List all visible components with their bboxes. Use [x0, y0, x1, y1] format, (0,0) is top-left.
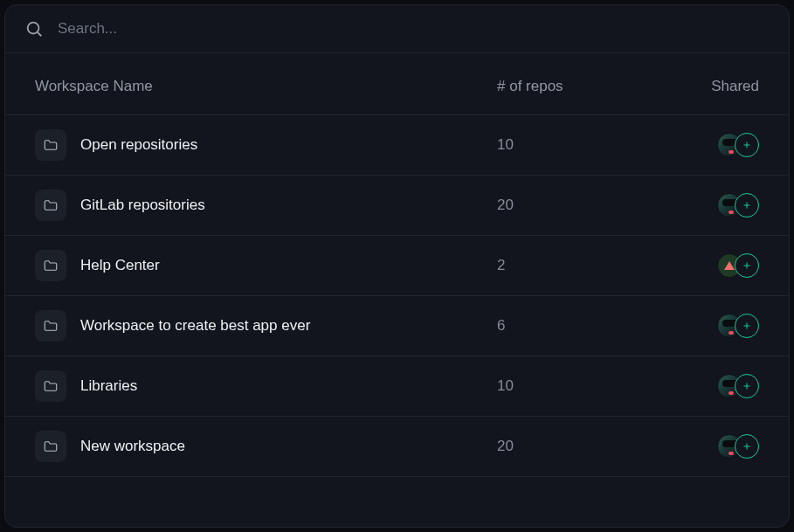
name-cell: Help Center — [35, 250, 497, 281]
name-cell: GitLab repositories — [35, 190, 497, 221]
folder-icon[interactable] — [35, 431, 66, 462]
avatar-group — [717, 314, 759, 338]
table-row[interactable]: New workspace20 — [5, 417, 789, 477]
workspace-name: New workspace — [80, 438, 185, 455]
table-row[interactable]: Libraries10 — [5, 356, 789, 417]
svg-point-0 — [28, 23, 39, 34]
workspace-name: Help Center — [80, 257, 160, 274]
header-workspace-name: Workspace Name — [35, 78, 497, 95]
repos-count: 6 — [497, 317, 672, 335]
folder-icon[interactable] — [35, 310, 66, 342]
repos-count: 20 — [497, 438, 672, 455]
folder-icon[interactable] — [35, 190, 66, 221]
avatar-group — [717, 253, 759, 278]
shared-cell — [672, 314, 759, 338]
shared-cell — [672, 434, 759, 459]
repos-count: 10 — [497, 136, 672, 154]
table-row[interactable]: GitLab repositories20 — [5, 176, 789, 236]
table-row[interactable]: Help Center2 — [5, 236, 789, 296]
search-icon — [24, 19, 44, 38]
table-row[interactable]: Workspace to create best app ever6 — [5, 296, 789, 356]
add-share-button[interactable] — [735, 133, 759, 157]
add-share-button[interactable] — [735, 374, 759, 398]
svg-line-1 — [38, 32, 41, 36]
table-header: Workspace Name # of repos Shared — [5, 53, 789, 115]
folder-icon[interactable] — [35, 250, 66, 281]
repos-count: 10 — [497, 377, 672, 395]
avatar-group — [717, 133, 759, 157]
workspace-name: Open repositories — [80, 136, 197, 154]
add-share-button[interactable] — [735, 314, 759, 338]
search-input[interactable] — [58, 20, 770, 38]
avatar-group — [717, 193, 759, 218]
shared-cell — [672, 133, 759, 157]
folder-icon[interactable] — [35, 129, 66, 161]
search-bar — [5, 5, 789, 53]
workspace-name: GitLab repositories — [80, 197, 205, 214]
table-body: Open repositories10GitLab repositories20… — [5, 115, 789, 477]
header-repos: # of repos — [497, 78, 672, 95]
add-share-button[interactable] — [735, 434, 759, 459]
name-cell: New workspace — [35, 431, 497, 462]
workspaces-panel: Workspace Name # of repos Shared Open re… — [4, 4, 790, 528]
repos-count: 20 — [497, 197, 672, 214]
shared-cell — [672, 374, 759, 398]
add-share-button[interactable] — [735, 253, 759, 278]
header-shared: Shared — [672, 78, 759, 95]
repos-count: 2 — [497, 257, 672, 274]
avatar-group — [717, 434, 759, 459]
add-share-button[interactable] — [735, 193, 759, 218]
avatar-group — [717, 374, 759, 398]
workspace-name: Workspace to create best app ever — [80, 317, 310, 335]
folder-icon[interactable] — [35, 370, 66, 402]
workspace-name: Libraries — [80, 377, 137, 395]
name-cell: Open repositories — [35, 129, 497, 161]
shared-cell — [672, 193, 759, 218]
name-cell: Workspace to create best app ever — [35, 310, 497, 342]
name-cell: Libraries — [35, 370, 497, 402]
table-row[interactable]: Open repositories10 — [5, 115, 789, 176]
shared-cell — [672, 253, 759, 278]
